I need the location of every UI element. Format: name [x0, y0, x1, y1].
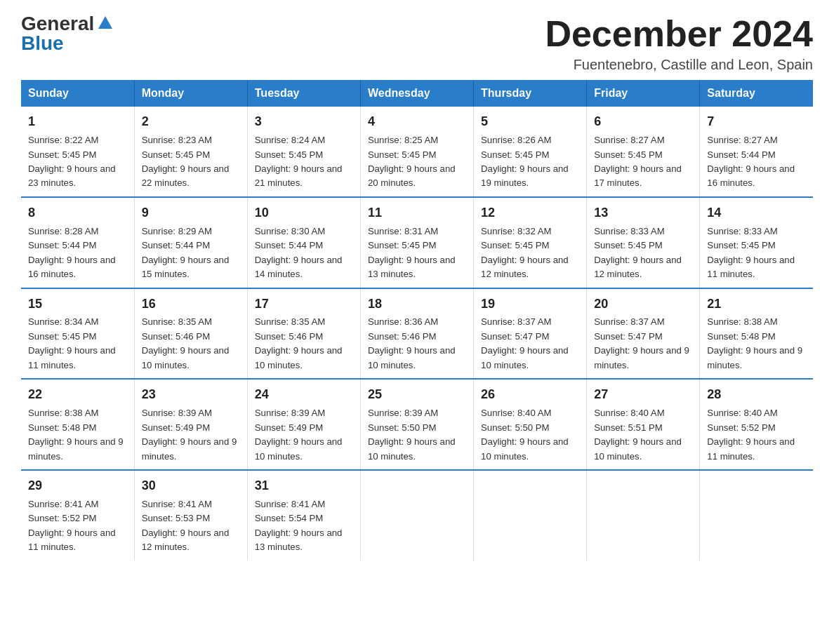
day-number: 1: [28, 112, 127, 132]
day-info: Sunrise: 8:38 AMSunset: 5:48 PMDaylight:…: [707, 315, 806, 373]
day-info: Sunrise: 8:39 AMSunset: 5:50 PMDaylight:…: [368, 406, 466, 464]
week-row-1: 1Sunrise: 8:22 AMSunset: 5:45 PMDaylight…: [21, 107, 813, 197]
day-info: Sunrise: 8:22 AMSunset: 5:45 PMDaylight:…: [28, 133, 127, 191]
calendar-body: 1Sunrise: 8:22 AMSunset: 5:45 PMDaylight…: [21, 107, 813, 561]
day-info: Sunrise: 8:29 AMSunset: 5:44 PMDaylight:…: [142, 224, 240, 282]
day-info: Sunrise: 8:39 AMSunset: 5:49 PMDaylight:…: [255, 406, 353, 464]
day-number: 3: [255, 112, 353, 132]
day-info: Sunrise: 8:27 AMSunset: 5:45 PMDaylight:…: [594, 133, 692, 191]
day-number: 19: [481, 295, 579, 314]
day-number: 31: [255, 476, 353, 496]
day-number: 15: [28, 295, 127, 314]
day-number: 27: [594, 385, 692, 405]
day-number: 9: [142, 203, 240, 223]
day-number: 18: [368, 295, 466, 314]
day-info: Sunrise: 8:41 AMSunset: 5:53 PMDaylight:…: [142, 497, 240, 555]
calendar-cell: 24Sunrise: 8:39 AMSunset: 5:49 PMDayligh…: [247, 379, 360, 470]
calendar-cell: 22Sunrise: 8:38 AMSunset: 5:48 PMDayligh…: [21, 379, 134, 470]
day-number: 13: [594, 203, 692, 223]
header-saturday: Saturday: [700, 80, 813, 107]
day-number: 2: [142, 112, 240, 132]
day-info: Sunrise: 8:25 AMSunset: 5:45 PMDaylight:…: [368, 133, 466, 191]
calendar-cell: 8Sunrise: 8:28 AMSunset: 5:44 PMDaylight…: [21, 197, 134, 288]
day-info: Sunrise: 8:24 AMSunset: 5:45 PMDaylight:…: [255, 133, 353, 191]
calendar-cell: 14Sunrise: 8:33 AMSunset: 5:45 PMDayligh…: [700, 197, 813, 288]
day-info: Sunrise: 8:32 AMSunset: 5:45 PMDaylight:…: [481, 224, 579, 282]
logo-triangle-icon: [97, 15, 114, 30]
calendar-cell: 10Sunrise: 8:30 AMSunset: 5:44 PMDayligh…: [247, 197, 360, 288]
svg-marker-0: [98, 16, 112, 29]
day-number: 10: [255, 203, 353, 223]
calendar-cell: 27Sunrise: 8:40 AMSunset: 5:51 PMDayligh…: [587, 379, 700, 470]
logo-general-text: General: [21, 14, 94, 34]
calendar-cell: 4Sunrise: 8:25 AMSunset: 5:45 PMDaylight…: [360, 107, 473, 197]
day-info: Sunrise: 8:31 AMSunset: 5:45 PMDaylight:…: [368, 224, 466, 282]
day-number: 6: [594, 112, 692, 132]
day-info: Sunrise: 8:39 AMSunset: 5:49 PMDaylight:…: [142, 406, 240, 464]
day-number: 21: [707, 295, 806, 314]
day-info: Sunrise: 8:37 AMSunset: 5:47 PMDaylight:…: [481, 315, 579, 373]
day-number: 20: [594, 295, 692, 314]
calendar-cell: 28Sunrise: 8:40 AMSunset: 5:52 PMDayligh…: [700, 379, 813, 470]
header-row: SundayMondayTuesdayWednesdayThursdayFrid…: [21, 80, 813, 107]
header-sunday: Sunday: [21, 80, 134, 107]
day-info: Sunrise: 8:38 AMSunset: 5:48 PMDaylight:…: [28, 406, 127, 464]
day-info: Sunrise: 8:41 AMSunset: 5:52 PMDaylight:…: [28, 497, 127, 555]
day-number: 16: [142, 295, 240, 314]
calendar-header: SundayMondayTuesdayWednesdayThursdayFrid…: [21, 80, 813, 107]
header-wednesday: Wednesday: [360, 80, 473, 107]
day-info: Sunrise: 8:40 AMSunset: 5:51 PMDaylight:…: [594, 406, 692, 464]
header-monday: Monday: [134, 80, 247, 107]
day-info: Sunrise: 8:33 AMSunset: 5:45 PMDaylight:…: [707, 224, 806, 282]
calendar-cell: 15Sunrise: 8:34 AMSunset: 5:45 PMDayligh…: [21, 288, 134, 380]
day-number: 17: [255, 295, 353, 314]
day-number: 12: [481, 203, 579, 223]
day-number: 30: [142, 476, 240, 496]
week-row-4: 22Sunrise: 8:38 AMSunset: 5:48 PMDayligh…: [21, 379, 813, 470]
location-text: Fuentenebro, Castille and Leon, Spain: [545, 57, 813, 73]
header-tuesday: Tuesday: [247, 80, 360, 107]
day-number: 11: [368, 203, 466, 223]
day-info: Sunrise: 8:28 AMSunset: 5:44 PMDaylight:…: [28, 224, 127, 282]
day-number: 7: [707, 112, 806, 132]
calendar-cell: 3Sunrise: 8:24 AMSunset: 5:45 PMDaylight…: [247, 107, 360, 197]
day-info: Sunrise: 8:36 AMSunset: 5:46 PMDaylight:…: [368, 315, 466, 373]
calendar-cell: 21Sunrise: 8:38 AMSunset: 5:48 PMDayligh…: [700, 288, 813, 380]
day-number: 28: [707, 385, 806, 405]
day-number: 25: [368, 385, 466, 405]
day-number: 4: [368, 112, 466, 132]
page-header: General Blue December 2024 Fuentenebro, …: [21, 14, 813, 73]
calendar-cell: 13Sunrise: 8:33 AMSunset: 5:45 PMDayligh…: [587, 197, 700, 288]
day-info: Sunrise: 8:35 AMSunset: 5:46 PMDaylight:…: [142, 315, 240, 373]
week-row-3: 15Sunrise: 8:34 AMSunset: 5:45 PMDayligh…: [21, 288, 813, 380]
calendar-table: SundayMondayTuesdayWednesdayThursdayFrid…: [21, 80, 813, 561]
title-block: December 2024 Fuentenebro, Castille and …: [545, 14, 813, 73]
week-row-2: 8Sunrise: 8:28 AMSunset: 5:44 PMDaylight…: [21, 197, 813, 288]
day-number: 24: [255, 385, 353, 405]
day-info: Sunrise: 8:26 AMSunset: 5:45 PMDaylight:…: [481, 133, 579, 191]
calendar-cell: 17Sunrise: 8:35 AMSunset: 5:46 PMDayligh…: [247, 288, 360, 380]
calendar-cell: 23Sunrise: 8:39 AMSunset: 5:49 PMDayligh…: [134, 379, 247, 470]
month-title: December 2024: [545, 14, 813, 54]
day-number: 26: [481, 385, 579, 405]
calendar-cell: [360, 470, 473, 561]
day-info: Sunrise: 8:40 AMSunset: 5:50 PMDaylight:…: [481, 406, 579, 464]
calendar-cell: 12Sunrise: 8:32 AMSunset: 5:45 PMDayligh…: [474, 197, 587, 288]
calendar-cell: 6Sunrise: 8:27 AMSunset: 5:45 PMDaylight…: [587, 107, 700, 197]
calendar-cell: 2Sunrise: 8:23 AMSunset: 5:45 PMDaylight…: [134, 107, 247, 197]
header-thursday: Thursday: [474, 80, 587, 107]
calendar-cell: 5Sunrise: 8:26 AMSunset: 5:45 PMDaylight…: [474, 107, 587, 197]
day-info: Sunrise: 8:27 AMSunset: 5:44 PMDaylight:…: [707, 133, 806, 191]
calendar-cell: [474, 470, 587, 561]
calendar-cell: 26Sunrise: 8:40 AMSunset: 5:50 PMDayligh…: [474, 379, 587, 470]
calendar-cell: [700, 470, 813, 561]
calendar-cell: 7Sunrise: 8:27 AMSunset: 5:44 PMDaylight…: [700, 107, 813, 197]
day-info: Sunrise: 8:23 AMSunset: 5:45 PMDaylight:…: [142, 133, 240, 191]
calendar-cell: 25Sunrise: 8:39 AMSunset: 5:50 PMDayligh…: [360, 379, 473, 470]
calendar-cell: 16Sunrise: 8:35 AMSunset: 5:46 PMDayligh…: [134, 288, 247, 380]
day-number: 8: [28, 203, 127, 223]
calendar-cell: 11Sunrise: 8:31 AMSunset: 5:45 PMDayligh…: [360, 197, 473, 288]
day-info: Sunrise: 8:41 AMSunset: 5:54 PMDaylight:…: [255, 497, 353, 555]
calendar-cell: 29Sunrise: 8:41 AMSunset: 5:52 PMDayligh…: [21, 470, 134, 561]
day-info: Sunrise: 8:35 AMSunset: 5:46 PMDaylight:…: [255, 315, 353, 373]
